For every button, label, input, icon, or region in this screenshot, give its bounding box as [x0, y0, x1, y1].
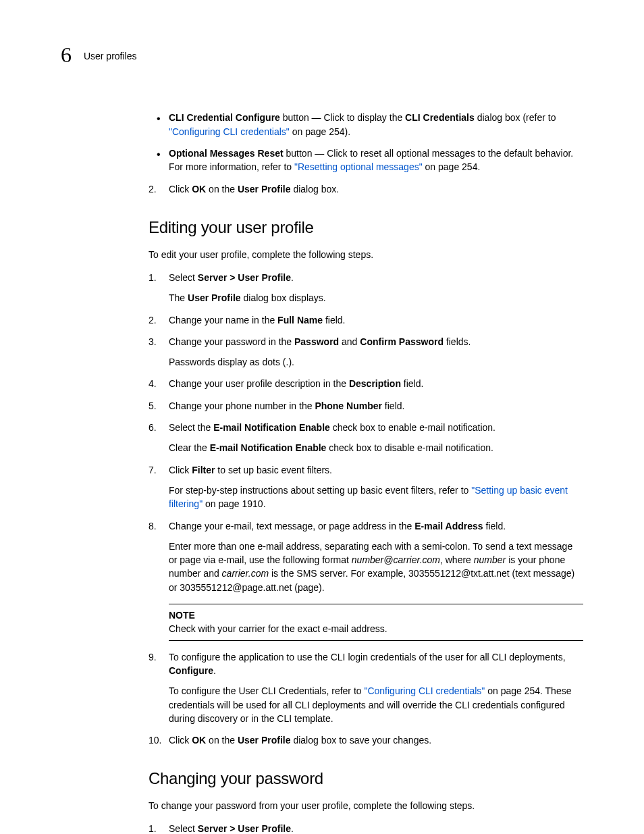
text: To configure the application to use the …: [169, 652, 566, 662]
ui-label: E-mail Address: [414, 521, 483, 531]
bullet-item: Optional Messages Reset button — Click t…: [169, 147, 583, 174]
heading-changing-password: Changing your password: [149, 767, 583, 791]
chapter-number: 6: [61, 39, 72, 70]
breadcrumb: User profiles: [84, 51, 137, 61]
step-sub: Passwords display as dots (.).: [169, 355, 583, 369]
step-sub: For step-by-step instructions about sett…: [169, 484, 583, 511]
text: , where: [440, 554, 474, 565]
step-number: 3.: [149, 335, 157, 348]
step-item: 2. Click OK on the User Profile dialog b…: [149, 182, 583, 196]
italic-text: number: [474, 554, 506, 565]
text: Click: [169, 735, 192, 746]
text: field.: [401, 378, 423, 389]
text: field.: [483, 521, 506, 531]
text: Change your name in the: [169, 315, 277, 325]
page-header: 6 User profiles: [61, 39, 583, 70]
step-number: 1.: [149, 271, 157, 284]
text: Clear the: [169, 442, 210, 453]
ui-label: Full Name: [277, 315, 323, 325]
step-sub: The User Profile dialog box displays.: [169, 291, 583, 305]
step-sub: Clear the E-mail Notification Enable che…: [169, 441, 583, 454]
step-item: 2. Change your name in the Full Name fie…: [149, 313, 583, 327]
ui-label: Optional Messages Reset: [169, 148, 284, 159]
ui-label: Confirm Password: [360, 336, 444, 347]
text: dialog box to save your changes.: [291, 735, 432, 746]
text: check box to disable e-mail notification…: [326, 442, 493, 453]
text: Select: [169, 823, 198, 834]
continued-steps: 2. Click OK on the User Profile dialog b…: [149, 182, 583, 196]
password-steps: 1. Select Server > User Profile. The Use…: [149, 822, 583, 834]
step-item: 9. To configure the application to use t…: [149, 650, 583, 725]
step-sub: Enter more than one e-mail address, sepa…: [169, 540, 583, 594]
text: Change your password in the: [169, 336, 294, 347]
step-number: 2.: [149, 313, 157, 327]
text: dialog box.: [291, 184, 340, 194]
text: on page 254.: [423, 161, 481, 172]
step-number: 5.: [149, 399, 157, 413]
step-number: 2.: [149, 182, 157, 196]
ui-label: OK: [192, 735, 206, 746]
step-item: 1. Select Server > User Profile. The Use…: [149, 822, 583, 834]
ui-label: Password: [294, 336, 339, 347]
text: To configure the User CLI Credentials, r…: [169, 685, 364, 696]
text: check box to enable e-mail notification.: [330, 422, 495, 433]
step-number: 6.: [149, 421, 157, 434]
step-item: 1. Select Server > User Profile. The Use…: [149, 271, 583, 305]
text: to set up basic event filters.: [215, 465, 332, 475]
intro-text: To edit your user profile, complete the …: [149, 248, 583, 261]
ui-label: Filter: [192, 465, 215, 475]
ui-label: OK: [192, 184, 206, 194]
text: Select: [169, 272, 198, 283]
heading-editing-profile: Editing your user profile: [149, 216, 583, 240]
step-number: 4.: [149, 377, 157, 390]
step-item: 10. Click OK on the User Profile dialog …: [149, 733, 583, 747]
text: Select the: [169, 422, 213, 433]
text: Change your e-mail, text message, or pag…: [169, 521, 414, 531]
ui-label: Configure: [169, 665, 213, 676]
text: and: [339, 336, 360, 347]
step-item: 6. Select the E-mail Notification Enable…: [149, 421, 583, 455]
step-number: 1.: [149, 822, 157, 834]
cross-reference-link[interactable]: "Resetting optional messages": [294, 161, 423, 172]
text: Change your user profile description in …: [169, 378, 349, 389]
step-item: 7. Click Filter to set up basic event fi…: [149, 463, 583, 511]
text: on the: [206, 735, 238, 746]
text: The: [169, 292, 188, 303]
ui-label: CLI Credentials: [405, 112, 475, 123]
step-item: 5. Change your phone number in the Phone…: [149, 399, 583, 413]
ui-label: User Profile: [188, 292, 241, 303]
ui-label: E-mail Notification Enable: [213, 422, 330, 433]
text: dialog box (refer to: [475, 112, 556, 123]
step-item: 4. Change your user profile description …: [149, 377, 583, 390]
ui-label: User Profile: [238, 184, 291, 194]
ui-label: Server > User Profile: [198, 823, 291, 834]
step-number: 9.: [149, 650, 157, 664]
text: .: [291, 272, 294, 283]
page: 6 User profiles CLI Credential Configure…: [0, 0, 644, 834]
step-item: 3. Change your password in the Password …: [149, 335, 583, 369]
text: For step-by-step instructions about sett…: [169, 485, 471, 496]
text: .: [291, 823, 294, 834]
italic-text: number@carrier.com: [352, 554, 440, 565]
editing-steps: 1. Select Server > User Profile. The Use…: [149, 271, 583, 747]
note-block: NOTE Check with your carrier for the exa…: [169, 604, 583, 641]
step-item: 8. Change your e-mail, text message, or …: [149, 519, 583, 641]
step-number: 7.: [149, 463, 157, 477]
step-sub: To configure the User CLI Credentials, r…: [169, 684, 583, 725]
bullet-item: CLI Credential Configure button — Click …: [169, 111, 583, 138]
note-label: NOTE: [169, 608, 583, 622]
text: fields.: [444, 336, 471, 347]
text: dialog box displays.: [241, 292, 326, 303]
ui-label: Server > User Profile: [198, 272, 291, 283]
text: Click: [169, 465, 192, 475]
text: on the: [206, 184, 238, 194]
text: on page 254).: [290, 126, 350, 137]
text: .: [213, 665, 216, 676]
text: button — Click to display the: [280, 112, 405, 123]
text: field.: [382, 400, 404, 411]
text: field.: [323, 315, 345, 325]
cross-reference-link[interactable]: "Configuring CLI credentials": [364, 685, 485, 696]
italic-text: carrier.com: [222, 568, 269, 579]
body-content: CLI Credential Configure button — Click …: [149, 111, 583, 834]
cross-reference-link[interactable]: "Configuring CLI credentials": [169, 126, 290, 137]
